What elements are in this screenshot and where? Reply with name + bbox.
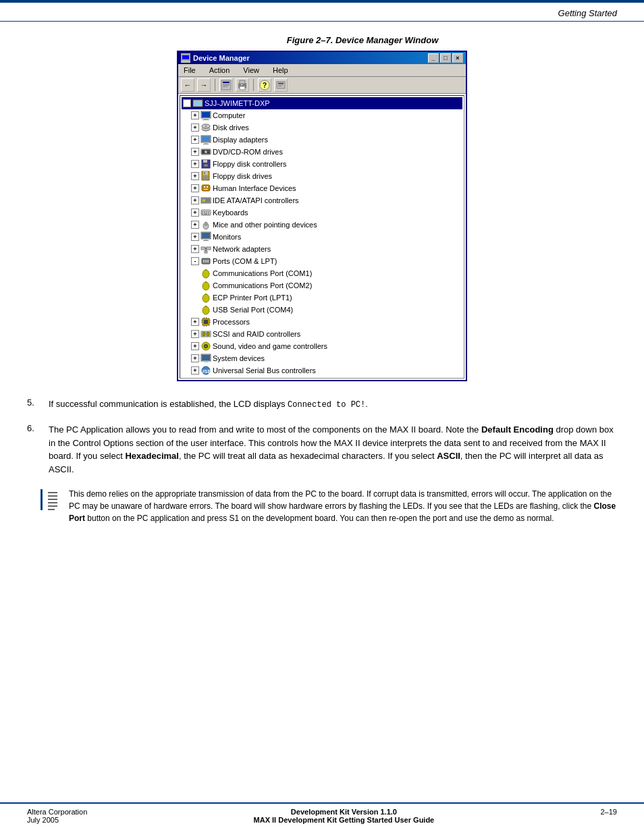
step-5-text: If successful communication is establish… (49, 397, 617, 411)
tree-item-mice[interactable]: + Mice and other pointing devices (182, 219, 462, 231)
tree-item-network[interactable]: + Network adapters (182, 243, 462, 255)
svg-point-77 (203, 282, 209, 290)
svg-rect-4 (223, 82, 230, 83)
svg-rect-45 (207, 186, 208, 188)
svg-rect-57 (208, 213, 209, 215)
minimize-button[interactable]: _ (428, 53, 439, 63)
device-manager-wrapper: Device Manager _ □ × File Action View He… (27, 51, 617, 381)
expander-floppy-drives[interactable]: + (191, 172, 199, 180)
tree-item-display[interactable]: + Display adapters (182, 134, 462, 146)
svg-rect-71 (203, 260, 205, 263)
step-6-bold-ascii: ASCII (437, 451, 460, 461)
extra-button[interactable] (274, 78, 288, 92)
svg-rect-42 (203, 176, 209, 180)
expander-usb[interactable]: + (191, 366, 199, 375)
menu-action[interactable]: Action (207, 65, 233, 75)
tree-item-usb[interactable]: + USB Universal Serial Bus controllers (182, 364, 462, 377)
expander-system[interactable]: + (191, 354, 199, 362)
expander-network[interactable]: + (191, 245, 199, 253)
menu-help[interactable]: Help (270, 65, 291, 75)
tree-item-sound[interactable]: + Sound, video and game controllers (182, 340, 462, 352)
properties-button[interactable] (219, 78, 233, 92)
expander-display[interactable]: + (191, 136, 199, 144)
forward-button[interactable]: → (197, 78, 211, 92)
tree-item-floppy-ctrl[interactable]: + Floppy disk controllers (182, 158, 462, 170)
expander-scsi[interactable]: + (191, 330, 199, 338)
menu-view[interactable]: View (240, 65, 262, 75)
svg-rect-9 (240, 80, 245, 84)
expander-ports[interactable]: - (191, 257, 199, 265)
maximize-button[interactable]: □ (440, 53, 451, 63)
tree-item-disk-drives[interactable]: + Disk drives (182, 121, 462, 134)
tree-item-dvd[interactable]: + DVD/CD-ROM drives (182, 146, 462, 158)
footer-company: Altera Corporation (27, 808, 87, 816)
expander-computer[interactable]: + (191, 111, 199, 119)
tree-item-lpt1[interactable]: ECP Printer Port (LPT1) (182, 292, 462, 304)
step-5-number: 5. (27, 397, 41, 411)
svg-rect-66 (207, 247, 211, 250)
expander-disk[interactable]: + (191, 123, 199, 132)
footer-center: Development Kit Version 1.1.0 MAX II Dev… (254, 808, 435, 824)
dm-content[interactable]: - SJJ-JWIMETT-DXP + (180, 95, 464, 379)
svg-rect-64 (203, 240, 209, 241)
svg-rect-31 (203, 144, 209, 144)
tree-item-ide[interactable]: + IDE ATA/ATAPI controllers (182, 194, 462, 206)
svg-rect-104 (204, 361, 208, 362)
svg-rect-11 (241, 84, 242, 85)
label-ports: Ports (COM & LPT) (213, 256, 277, 267)
label-hid: Human Interface Devices (213, 183, 296, 194)
svg-rect-17 (278, 86, 281, 86)
expander-ide[interactable]: + (191, 196, 199, 204)
svg-point-98 (207, 332, 209, 336)
svg-point-97 (203, 332, 205, 336)
icon-display (200, 134, 211, 145)
footer-left: Altera Corporation July 2005 (27, 808, 87, 824)
tree-item-monitors[interactable]: + Monitors (182, 231, 462, 243)
expander-hid[interactable]: + (191, 184, 199, 192)
expander-mice[interactable]: + (191, 221, 199, 229)
tree-item-keyboards[interactable]: + Keyboards (182, 206, 462, 219)
menu-file[interactable]: File (181, 65, 198, 75)
svg-rect-94 (204, 325, 205, 327)
svg-rect-15 (278, 83, 284, 84)
tree-item-com4[interactable]: USB Serial Port (COM4) (182, 304, 462, 316)
back-button[interactable]: ← (181, 78, 194, 92)
svg-rect-30 (205, 142, 207, 144)
svg-rect-92 (204, 317, 205, 319)
icon-dvd (200, 146, 211, 157)
step-6-number: 6. (27, 423, 41, 476)
label-com2: Communications Port (COM2) (213, 280, 312, 291)
dm-titlebar-buttons[interactable]: _ □ × (428, 53, 463, 63)
note-icon (41, 488, 61, 524)
tree-item-ports[interactable]: - Ports (COM & LPT) (182, 255, 462, 267)
svg-rect-2 (181, 61, 190, 62)
dm-title: Device Manager (193, 54, 250, 62)
expander-sound[interactable]: + (191, 342, 199, 350)
help-button[interactable]: ? (258, 78, 271, 92)
device-manager-window[interactable]: Device Manager _ □ × File Action View He… (177, 51, 467, 381)
tree-item-com2[interactable]: Communications Port (COM2) (182, 279, 462, 292)
tree-item-com1[interactable]: Communications Port (COM1) (182, 267, 462, 279)
expander-monitors[interactable]: + (191, 233, 199, 241)
icon-com4 (200, 304, 211, 315)
tree-item-floppy-drives[interactable]: + Floppy disk drives (182, 170, 462, 182)
expander-floppy-ctrl[interactable]: + (191, 160, 199, 168)
tree-item-scsi[interactable]: + SCSI and RAID controllers (182, 328, 462, 340)
step-6-bold-hex: Hexadecimal (125, 451, 179, 461)
expander-processors[interactable]: + (191, 318, 199, 326)
print-button[interactable] (236, 78, 249, 92)
svg-rect-7 (223, 86, 227, 87)
tree-root-item[interactable]: - SJJ-JWIMETT-DXP (182, 97, 462, 109)
label-monitors: Monitors (213, 231, 241, 242)
tree-item-system[interactable]: + System devices (182, 352, 462, 364)
expander-dvd[interactable]: + (191, 148, 199, 156)
tree-item-processors[interactable]: + (182, 316, 462, 328)
root-expander[interactable]: - (183, 99, 191, 107)
close-button[interactable]: × (452, 53, 463, 63)
svg-rect-41 (204, 172, 205, 174)
note-close-port-bold: Close Port (69, 501, 616, 523)
tree-item-hid[interactable]: + Human Interface Devices (182, 182, 462, 194)
expander-keyboards[interactable]: + (191, 209, 199, 217)
svg-rect-21 (202, 112, 210, 117)
tree-item-computer[interactable]: + Computer (182, 109, 462, 121)
